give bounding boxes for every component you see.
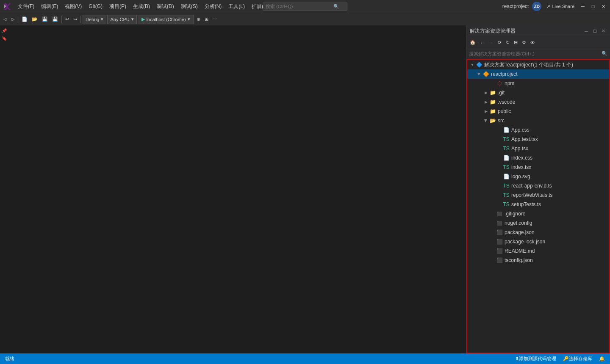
panel-search-icon: 🔍 [602,51,607,56]
panel-toolbar: 🏠 ← → ⟳ ↻ ⊟ ⚙ 👁 [466,37,610,48]
app-css-node[interactable]: ▶ 📄 App.css [467,125,609,135]
panel-search-bar[interactable]: 🔍 [466,48,610,59]
sep1 [18,16,18,23]
public-node[interactable]: ▶ 📁 public [467,107,609,116]
source-control-btn[interactable]: ⬆ 添加到源代码管理 [513,353,558,364]
cpu-arrow: ▾ [131,17,134,22]
sol-collapse-btn[interactable]: ⊟ [512,38,519,47]
logo-svg-node[interactable]: ▶ 📄 logo.svg [467,172,609,181]
source-control-label: 添加到源代码管理 [519,356,556,362]
react-env-label: react-app-env.d.ts [511,183,552,189]
side-icons-panel: 📌 🔖 [0,25,8,353]
panel-close-btn[interactable]: ✕ [600,28,607,35]
menu-edit[interactable]: 编辑(E) [38,0,61,13]
setuptests-node[interactable]: ▶ TS setupTests.ts [467,200,609,209]
notifications-btn[interactable]: 🔔 [597,353,607,364]
save-btn[interactable]: 💾 [40,15,50,24]
project-label: reactproject [491,71,518,77]
user-avatar[interactable]: ZD [532,2,541,11]
readme-node[interactable]: ▶ ⬛ README.md [467,246,609,256]
debug-config-dropdown[interactable]: Debug ▾ [83,15,106,24]
project-node[interactable]: ▶ 🔶 reactproject [467,69,609,79]
maximize-button[interactable]: □ [590,3,596,10]
editor-area[interactable] [8,25,466,353]
title-bar-center: 🔍 [263,2,347,11]
react-env-node[interactable]: ▶ TS react-app-env.d.ts [467,181,609,190]
status-bar: 就绪 ⬆ 添加到源代码管理 🔑 选择存储库 🔔 [0,353,610,364]
panel-pin-btn[interactable]: ─ [583,28,590,35]
forward-button[interactable]: ▷ [9,15,16,24]
run-button[interactable]: ▶ localhost (Chrome) ▾ [138,15,194,24]
menu-test[interactable]: 测试(S) [177,0,201,13]
git-folder-icon: 📁 [489,89,496,96]
menu-debug[interactable]: 调试(D) [153,0,177,13]
tree-container[interactable]: ▼ 🔷 解决方案'reactproject'(1 个项目/共 1 个) ▶ 🔶 … [466,59,610,353]
attach-btn[interactable]: ⊕ [195,15,202,24]
menu-build[interactable]: 生成(B) [130,0,153,13]
solution-arrow: ▼ [469,61,476,68]
sol-sync-btn[interactable]: ⟳ [496,38,503,47]
live-share-button[interactable]: ↗ Live Share [545,4,576,9]
app-test-node[interactable]: ▶ TS App.test.tsx [467,135,609,144]
pin-icon[interactable]: 📌 [1,27,8,34]
package-lock-node[interactable]: ▶ ⬛ package-lock.json [467,237,609,246]
git-label: .git [498,90,505,96]
npm-node[interactable]: ▶ ⬡ npm [467,79,609,88]
package-json-node[interactable]: ▶ ⬛ package.json [467,228,609,237]
profile-btn[interactable]: ⊞ [203,15,210,24]
sol-forward-btn[interactable]: → [487,38,495,47]
nuget-node[interactable]: ▶ ⬛ nuget.config [467,218,609,228]
main-area: 📌 🔖 解决方案资源管理器 ─ ⊡ ✕ 🏠 ← → ⟳ ↻ ⊟ ⚙ 👁 🔍 [0,25,610,353]
extra-btn[interactable]: ⋯ [211,15,219,24]
save-all-btn[interactable]: 💾 [50,15,60,24]
readme-icon: ⬛ [496,248,503,254]
logo-svg-label: logo.svg [511,174,530,179]
index-tsx-node[interactable]: ▶ TS index.tsx [467,163,609,172]
menu-file[interactable]: 文件(F) [14,0,38,13]
store-btn[interactable]: 🔑 选择存储库 [561,353,594,364]
setuptests-icon: TS [503,201,510,208]
project-title: reactproject [502,3,529,9]
redo-btn[interactable]: ↪ [72,15,79,24]
title-bar-right: reactproject ZD ↗ Live Share ─ □ ✕ [502,2,607,11]
sol-preview-btn[interactable]: 👁 [529,38,537,47]
debug-config-arrow: ▾ [101,17,103,22]
close-button[interactable]: ✕ [600,3,607,10]
global-search-input[interactable] [266,4,333,9]
app-test-icon: TS [503,136,510,143]
panel-float-btn[interactable]: ⊡ [591,28,598,35]
cpu-dropdown[interactable]: Any CPU ▾ [107,15,136,24]
app-css-icon: 📄 [503,127,510,133]
vscode-node[interactable]: ▶ 📁 .vscode [467,97,609,107]
index-css-node[interactable]: ▶ 📄 index.css [467,153,609,163]
reportwv-node[interactable]: ▶ TS reportWebVitals.ts [467,190,609,200]
global-search-box[interactable]: 🔍 [263,2,347,11]
back-button[interactable]: ◁ [2,15,8,24]
new-file-btn[interactable]: 📄 [20,15,29,24]
menu-view[interactable]: 视图(V) [61,0,85,13]
solution-node[interactable]: ▼ 🔷 解决方案'reactproject'(1 个项目/共 1 个) [467,60,609,69]
status-left: 就绪 [3,353,16,364]
git-node[interactable]: ▶ 📁 .git [467,88,609,97]
sol-props-btn[interactable]: ⚙ [520,38,528,47]
gitignore-node[interactable]: ▶ ⬛ .gitignore [467,209,609,218]
menu-analyze[interactable]: 分析(N) [201,0,225,13]
minimize-button[interactable]: ─ [580,3,586,10]
tsconfig-node[interactable]: ▶ ⬛ tsconfig.json [467,256,609,265]
reportwv-icon: TS [503,192,510,199]
app-tsx-node[interactable]: ▶ TS App.tsx [467,144,609,153]
bookmark-icon[interactable]: 🔖 [1,35,8,41]
sol-refresh-btn[interactable]: ↻ [504,38,511,47]
sol-back-btn[interactable]: ← [478,38,486,47]
menu-git[interactable]: Git(G) [85,0,106,13]
project-arrow: ▶ [476,71,482,77]
src-node[interactable]: ▶ 📂 src [467,116,609,125]
npm-label: npm [505,80,514,86]
panel-search-input[interactable] [469,51,602,56]
status-ready[interactable]: 就绪 [3,353,16,364]
open-btn[interactable]: 📂 [30,15,39,24]
sol-home-btn[interactable]: 🏠 [468,38,477,47]
menu-tools[interactable]: 工具(L) [225,0,248,13]
menu-project[interactable]: 项目(P) [106,0,130,13]
undo-btn[interactable]: ↩ [64,15,71,24]
